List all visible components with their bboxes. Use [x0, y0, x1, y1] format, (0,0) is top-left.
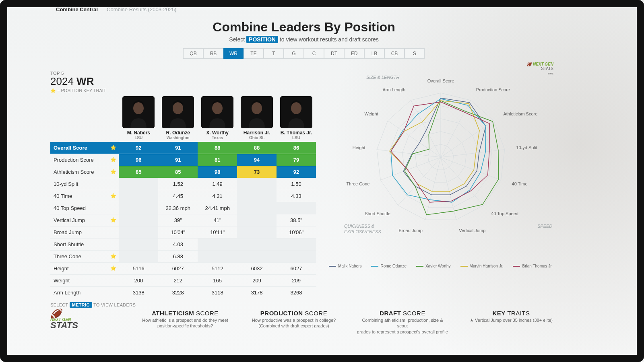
pos-btn-ed[interactable]: ED — [344, 48, 364, 59]
combine-table: M. NabersLSU R. OdunzeWashington X. Wort… — [50, 96, 316, 298]
metric-row[interactable]: 40 Time⭐4.454.214.33 — [50, 190, 316, 202]
svg-point-1 — [133, 102, 144, 114]
pos-btn-cb[interactable]: CB — [384, 48, 405, 59]
svg-text:EXPLOSIVENESS: EXPLOSIVENESS — [344, 229, 381, 234]
svg-line-20 — [441, 157, 483, 206]
headshot — [201, 96, 233, 128]
metric-row[interactable]: 10-yd Split1.521.491.50 — [50, 178, 316, 190]
footer-col: PRODUCTION SCOREHow productive was a pro… — [248, 310, 340, 335]
metric-row[interactable]: Weight200212165209209 — [50, 274, 316, 286]
footer-definitions: 🏈 NEXT GENSTATS ATHLETICISM SCOREHow ath… — [50, 310, 557, 335]
pos-btn-g[interactable]: G — [284, 48, 304, 59]
pos-btn-dt[interactable]: DT — [324, 48, 344, 59]
svg-point-7 — [252, 102, 262, 114]
svg-text:SIZE & LENGTH: SIZE & LENGTH — [366, 75, 400, 80]
svg-line-24 — [425, 157, 441, 220]
metric-row[interactable]: Short Shuttle4.03 — [50, 238, 316, 250]
svg-line-28 — [380, 157, 441, 180]
metric-row[interactable]: 40 Top Speed22.36 mph24.41 mph — [50, 202, 316, 214]
svg-text:10-yd Split: 10-yd Split — [516, 145, 537, 150]
player-col-0: M. NabersLSU — [119, 96, 158, 142]
year-pos: 2024 WR — [50, 76, 316, 87]
key-trait-legend: ⭐ = POSITION KEY TRAIT — [50, 88, 316, 93]
svg-line-26 — [398, 157, 441, 206]
metric-row[interactable]: Three Cone⭐6.88 — [50, 250, 316, 262]
legend-item: Marvin Harrison Jr. — [460, 264, 504, 268]
svg-text:Athleticism Score: Athleticism Score — [503, 111, 537, 116]
svg-text:Height: Height — [353, 145, 365, 150]
metric-row[interactable]: Broad Jump10'04"10'11"10'06" — [50, 226, 316, 238]
metric-row[interactable]: Vertical Jump⭐39"41"38.5" — [50, 214, 316, 226]
svg-text:SPEED: SPEED — [537, 224, 552, 228]
position-selector: QBRBWRTETGCDTEDLBCBS — [50, 48, 557, 59]
pos-btn-te[interactable]: TE — [244, 48, 264, 59]
svg-point-3 — [173, 102, 183, 114]
svg-text:Production Score: Production Score — [476, 87, 510, 92]
pos-btn-lb[interactable]: LB — [364, 48, 384, 59]
headshot — [241, 96, 273, 128]
page-subhead: Select POSITION to view workout results … — [50, 36, 557, 43]
svg-point-5 — [212, 102, 223, 114]
metric-row[interactable]: Height⭐51166027511260326027 — [50, 262, 316, 274]
pos-btn-c[interactable]: C — [304, 48, 324, 59]
metric-row[interactable]: Production Score⭐9691819479 — [50, 154, 316, 166]
svg-text:QUICKNESS &: QUICKNESS & — [344, 224, 374, 228]
footer-col: ATHLETICISM SCOREHow athletic is a prosp… — [139, 310, 231, 335]
svg-text:Vertical Jump: Vertical Jump — [459, 228, 485, 233]
footer-col: KEY TRAITS★ Vertical Jump over 35 inches… — [465, 310, 557, 335]
select-metric-hint: SELECT METRIC TO VIEW LEADERS — [50, 302, 316, 307]
legend-item: Rome Odunze — [371, 264, 406, 268]
svg-text:Arm Length: Arm Length — [382, 87, 405, 92]
player-col-4: B. Thomas Jr.LSU — [277, 96, 316, 142]
svg-text:Overall Score: Overall Score — [427, 78, 454, 83]
svg-text:40 Time: 40 Time — [512, 181, 528, 186]
svg-text:Three Cone: Three Cone — [346, 181, 369, 186]
svg-text:Broad Jump: Broad Jump — [399, 228, 423, 233]
svg-line-22 — [441, 157, 456, 220]
headshot — [122, 96, 155, 128]
legend-item: Xavier Worthy — [416, 264, 451, 268]
page-title: Combine Leaders By Position — [50, 20, 557, 35]
svg-point-9 — [291, 102, 301, 114]
footer-col: DRAFT SCORECombining athleticism, produc… — [356, 310, 449, 335]
metric-row[interactable]: Overall Score⭐9291888886 — [50, 142, 316, 154]
tab-combine-results[interactable]: Combine Results (2003-2025) — [107, 6, 176, 12]
legend-item: Brian Thomas Jr. — [513, 264, 552, 268]
pos-btn-t[interactable]: T — [264, 48, 284, 59]
pos-btn-wr[interactable]: WR — [223, 48, 244, 59]
pos-btn-rb[interactable]: RB — [203, 48, 223, 59]
legend-item: Malik Nabers — [329, 264, 361, 268]
pos-btn-s[interactable]: S — [405, 48, 425, 59]
svg-text:Short Shuttle: Short Shuttle — [365, 211, 390, 216]
pos-btn-qb[interactable]: QB — [183, 48, 203, 59]
player-col-2: X. WorthyTexas — [198, 96, 237, 142]
headshot — [280, 96, 312, 128]
metric-row[interactable]: Arm Length31383228311831783268 — [50, 286, 316, 298]
player-col-3: Harrison Jr.Ohio St. — [237, 96, 277, 142]
tab-combine-central[interactable]: Combine Central — [56, 6, 98, 12]
player-col-1: R. OdunzeWashington — [158, 96, 198, 142]
svg-text:Weight: Weight — [365, 111, 378, 116]
metric-row[interactable]: Athleticism Score⭐8585987392 — [50, 166, 316, 178]
radar-legend: Malik NabersRome OdunzeXavier WorthyMarv… — [324, 264, 557, 268]
footer-logo: 🏈 NEXT GENSTATS — [50, 310, 123, 329]
svg-line-18 — [441, 157, 501, 180]
ngs-logo: 🏈 NEXT GENSTATSaws — [521, 62, 553, 76]
headshot — [162, 96, 194, 128]
svg-text:40 Top Speed: 40 Top Speed — [491, 211, 518, 216]
top-tabs: Combine Central Combine Results (2003-20… — [50, 4, 557, 15]
radar-chart: Overall ScoreProduction ScoreAthleticism… — [328, 71, 553, 260]
svg-line-12 — [441, 100, 471, 157]
